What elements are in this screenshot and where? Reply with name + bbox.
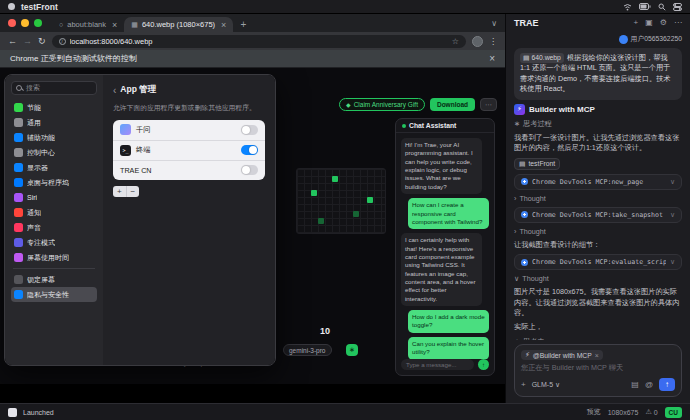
thought-toggle[interactable]: › Thought: [514, 227, 682, 236]
attachment-chip[interactable]: ▤640.webp: [520, 53, 564, 63]
screen-time-icon: [14, 253, 23, 262]
siri-icon: [14, 193, 23, 202]
apple-icon[interactable]: [8, 3, 15, 10]
preview-label[interactable]: 预览: [587, 407, 601, 417]
wifi-icon[interactable]: [623, 3, 632, 11]
warnings-indicator[interactable]: ⚠0: [645, 408, 657, 416]
tool-call-evaluate-script[interactable]: Chrome DevTools MCP:evaluate_script ∨: [514, 254, 682, 270]
image-icon: ▦: [131, 21, 138, 29]
battery-icon[interactable]: [639, 3, 651, 10]
agent-name: Builder with MCP: [529, 105, 595, 114]
terminal-app-icon: >_: [120, 145, 131, 156]
sidebar-item[interactable]: 控制中心: [11, 145, 97, 160]
model-badge: gemini-3-pro: [283, 344, 332, 356]
status-bar: Launched 预览 1080x675 ⚠0 CU: [0, 403, 690, 420]
tab-search-icon[interactable]: ∨: [491, 19, 497, 28]
add-context-icon[interactable]: +: [521, 380, 526, 389]
zoom-window-button[interactable]: [34, 19, 42, 27]
mention-icon[interactable]: @: [645, 380, 653, 389]
forward-button[interactable]: →: [23, 36, 32, 46]
minimize-window-button[interactable]: [21, 19, 29, 27]
search-placeholder: 搜索: [26, 83, 40, 93]
design-image: ◆ Claim Anniversary Gift Download ⋯ 10 g…: [0, 68, 505, 384]
close-tab-icon[interactable]: ×: [112, 20, 117, 30]
model-selector[interactable]: GLM-5 ∨: [532, 381, 561, 389]
thought-text-2: 实际上，: [514, 322, 682, 332]
settings-window: 搜索 节能 通用 辅助功能 控制中心 显示器 桌面与程序坞 Siri 通知 声音: [4, 74, 276, 366]
cu-badge[interactable]: CU: [665, 407, 682, 418]
thought-toggle[interactable]: ∨ Thought: [514, 274, 682, 283]
sidebar-item-privacy[interactable]: 隐私与安全性: [11, 287, 97, 302]
chevron-down-icon: ∨: [670, 258, 675, 266]
sparkle-button[interactable]: ∗: [346, 344, 358, 356]
search-icon[interactable]: [658, 3, 666, 11]
status-dot: [402, 124, 406, 128]
gear-icon[interactable]: ⚙: [660, 18, 667, 27]
sidebar-item[interactable]: 锁定屏幕: [11, 272, 97, 287]
chat-message: I can certainly help with that! Here's a…: [401, 233, 482, 306]
address-bar[interactable]: i localhost:8000/640.webp ☆: [52, 35, 466, 48]
trae-input-box[interactable]: ⚡ @Builder with MCP × 您正在与 Builder with …: [514, 344, 682, 397]
claim-gift-button[interactable]: ◆ Claim Anniversary Gift: [339, 98, 425, 111]
control-center-icon[interactable]: [673, 3, 682, 11]
menubar-status-icons: [623, 3, 682, 11]
download-button[interactable]: Download: [430, 98, 475, 111]
sidebar-item[interactable]: 节能: [11, 100, 97, 115]
sidebar-item[interactable]: 桌面与程序坞: [11, 175, 97, 190]
chat-input[interactable]: Type a message...: [401, 359, 474, 370]
toggle[interactable]: [241, 165, 258, 175]
sidebar-item[interactable]: 声音: [11, 220, 97, 235]
sidebar-item[interactable]: 专注模式: [11, 235, 97, 250]
sound-icon: [14, 223, 23, 232]
tab-about-blank[interactable]: ○ about:blank ×: [52, 17, 124, 32]
add-button[interactable]: +: [113, 186, 127, 197]
new-chat-icon[interactable]: +: [634, 18, 639, 27]
sidebar-item[interactable]: 通知: [11, 205, 97, 220]
sidebar-item[interactable]: 屏幕使用时间: [11, 250, 97, 265]
image-attach-icon[interactable]: ▤: [631, 380, 639, 389]
gift-label: Claim Anniversary Gift: [354, 101, 418, 108]
chevron-right-icon: ›: [514, 227, 516, 236]
detail-note-text: 让我截图查看设计的细节：: [514, 240, 682, 250]
close-tab-icon[interactable]: ×: [221, 20, 226, 30]
infobar-close-icon[interactable]: ×: [489, 53, 495, 64]
site-info-icon[interactable]: i: [59, 38, 66, 45]
new-tab-button[interactable]: +: [240, 19, 246, 30]
reload-button[interactable]: ↻: [38, 36, 46, 46]
agent-mention-chip[interactable]: ⚡ @Builder with MCP ×: [521, 350, 603, 360]
chevron-down-icon: ∨: [670, 211, 675, 219]
stat-number: 10: [320, 326, 330, 336]
automation-infobar: Chrome 正受到自动测试软件的控制 ×: [0, 50, 505, 68]
browser-menu-icon[interactable]: ⋮: [489, 37, 497, 46]
sidebar-item[interactable]: 通用: [11, 115, 97, 130]
layout-icon[interactable]: ▣: [645, 18, 653, 27]
sidebar-item[interactable]: 显示器: [11, 160, 97, 175]
site-more-button[interactable]: ⋯: [480, 98, 497, 111]
sidebar-item[interactable]: Siri: [11, 190, 97, 205]
send-button[interactable]: ↑: [659, 378, 675, 391]
toggle[interactable]: [241, 145, 258, 155]
back-chevron-icon[interactable]: ‹: [113, 85, 116, 96]
launched-status[interactable]: Launched: [23, 409, 54, 416]
chat-send-button[interactable]: ↑: [478, 359, 489, 370]
sidebar-item[interactable]: 辅助功能: [11, 130, 97, 145]
profile-avatar[interactable]: [472, 36, 483, 47]
thought-text: 图片尺寸是 1080x675。我需要查看这张图片的实际内容。让我通过浏览器截图来…: [514, 287, 682, 318]
tool-call-take-snapshot[interactable]: Chrome DevTools MCP:take_snapshot ∨: [514, 207, 682, 223]
tab-640-webp[interactable]: ▦ 640.webp (1080×675) ×: [124, 17, 233, 32]
back-button[interactable]: ←: [8, 36, 17, 46]
remove-button[interactable]: −: [127, 186, 140, 197]
settings-search-input[interactable]: 搜索: [11, 81, 97, 95]
close-icon[interactable]: ×: [595, 352, 599, 359]
thinking-process-toggle[interactable]: ∗ 思考过程: [514, 119, 682, 129]
pixel-cell: [353, 211, 359, 217]
user-avatar: [619, 35, 628, 44]
toggle[interactable]: [241, 125, 258, 135]
tool-call-new-page[interactable]: Chrome DevTools MCP:new_page ∨: [514, 174, 682, 190]
close-window-button[interactable]: [8, 19, 16, 27]
preview-dimensions: 1080x675: [608, 409, 639, 416]
thought-toggle[interactable]: › Thought: [514, 194, 682, 203]
bookmark-star-icon[interactable]: ☆: [452, 37, 459, 46]
more-icon[interactable]: ⋯: [674, 18, 682, 27]
browser-toolbar: ← → ↻ i localhost:8000/640.webp ☆ ⋮: [0, 32, 505, 50]
